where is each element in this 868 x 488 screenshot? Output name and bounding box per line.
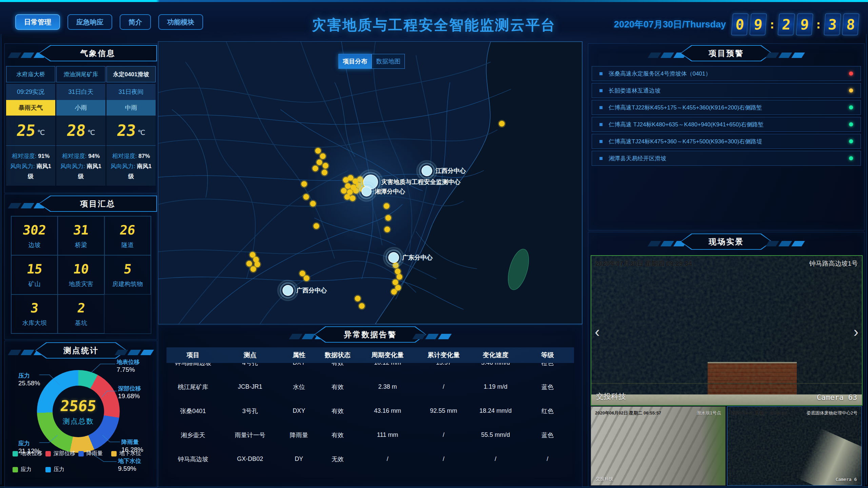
clock-digit: 9 bbox=[796, 14, 813, 35]
project-dot[interactable] bbox=[310, 201, 316, 207]
status-dot-icon bbox=[849, 122, 853, 126]
project-dot[interactable] bbox=[313, 166, 318, 171]
project-dot[interactable] bbox=[384, 203, 390, 209]
thumb2-camera-id: Camera 6 bbox=[835, 477, 857, 482]
table-row[interactable]: 桃江尾矿库JCB-JR1水位有效2.38 m/1.19 m/d蓝色 bbox=[166, 375, 574, 399]
project-dot[interactable] bbox=[397, 274, 402, 280]
legend-swatch bbox=[13, 467, 18, 472]
table-row[interactable]: 钟马高边坡GX-DB02DY无效//// bbox=[166, 447, 574, 471]
stat-cell-地质灾害: 10地质灾害 bbox=[58, 255, 104, 294]
table-row[interactable]: 钟马路高边坡4号孔DXY有效10.12 mm15.975.46 mm/d橙色 bbox=[166, 363, 574, 375]
status-dot-icon bbox=[849, 139, 853, 143]
warning-row[interactable]: 仁博高速TJ22标K455+175～K455+360(K916+200)右侧路堑 bbox=[592, 100, 861, 115]
main-camera-view[interactable]: 2020年07月30日 星期四 09:29:34 钟马路高边坡1号 交投科技 C… bbox=[591, 255, 863, 406]
nav-button-应急响应[interactable]: 应急响应 bbox=[67, 14, 112, 30]
legend-item-深部位移[interactable]: 深部位移 bbox=[45, 450, 78, 457]
table-cell: 钟马路高边坡 bbox=[166, 363, 219, 367]
vegetation-strip bbox=[701, 407, 725, 485]
center-label: 广东分中心 bbox=[402, 254, 433, 261]
project-warnings-panel: 项目预警 张桑高速永定服务区4号滑坡体（0401）长韶娄道林互通边坡仁博高速TJ… bbox=[588, 43, 865, 230]
project-dot[interactable] bbox=[323, 163, 329, 169]
map-tab-项目分布[interactable]: 项目分布 bbox=[338, 54, 372, 69]
warning-row[interactable]: 张桑高速永定服务区4号滑坡体（0401） bbox=[592, 66, 861, 81]
project-dot[interactable] bbox=[322, 170, 328, 176]
table-cell: 55.5 mm/d bbox=[470, 431, 521, 439]
nav-button-日常管理[interactable]: 日常管理 bbox=[15, 14, 60, 30]
camera-thumbnail-1[interactable]: 2020年06月02日 星期二 06:55:57 泄水坝1号点 交投科技 bbox=[591, 406, 726, 486]
legend-label: 地表位移 bbox=[21, 450, 42, 457]
project-dot[interactable] bbox=[301, 181, 307, 187]
nav-button-简介[interactable]: 简介 bbox=[120, 14, 151, 30]
warning-row[interactable]: 长韶娄道林互通边坡 bbox=[592, 83, 861, 98]
project-dot[interactable] bbox=[391, 289, 397, 295]
alerts-table-rows: 钟马路高边坡4号孔DXY有效10.12 mm15.975.46 mm/d橙色桃江… bbox=[166, 363, 574, 471]
project-dot[interactable] bbox=[355, 296, 361, 302]
weather-time: 09:29实况 bbox=[6, 84, 55, 100]
warnings-list: 张桑高速永定服务区4号滑坡体（0401）长韶娄道林互通边坡仁博高速TJ22标K4… bbox=[592, 66, 861, 166]
alerts-table-body[interactable]: 钟马路高边坡4号孔DXY有效10.12 mm15.975.46 mm/d橙色桃江… bbox=[166, 363, 574, 471]
weather-tab-永定0401滑坡[interactable]: 永定0401滑坡 bbox=[106, 66, 156, 82]
nav-button-功能模块[interactable]: 功能模块 bbox=[158, 14, 203, 30]
alerts-col-属性: 属性 bbox=[281, 351, 317, 360]
project-dot[interactable] bbox=[315, 148, 321, 154]
project-dot[interactable] bbox=[246, 261, 252, 267]
table-cell: 雨量计一号 bbox=[219, 431, 280, 439]
table-cell: 1.19 m/d bbox=[470, 383, 521, 390]
alerts-col-测点: 测点 bbox=[219, 351, 280, 360]
project-dot[interactable] bbox=[251, 266, 256, 272]
legend-swatch bbox=[45, 451, 51, 456]
prev-camera-arrow[interactable]: ‹ bbox=[595, 324, 600, 339]
table-cell: 43.16 mm bbox=[358, 407, 417, 414]
table-cell: / bbox=[417, 383, 470, 390]
project-dot[interactable] bbox=[386, 215, 391, 221]
clock-colon: : bbox=[769, 18, 775, 31]
legend-item-压力[interactable]: 压力 bbox=[45, 466, 78, 473]
weather-tab-水府庙大桥[interactable]: 水府庙大桥 bbox=[6, 66, 55, 82]
table-cell: / bbox=[417, 431, 470, 439]
live-panel-header: 现场实景 bbox=[588, 232, 864, 252]
warning-row[interactable]: 仁博高速 TJ24标K480+635～K480+940(K941+650)右侧路… bbox=[592, 117, 861, 132]
project-dot[interactable] bbox=[320, 154, 326, 159]
table-row[interactable]: 张桑04013号孔DXY有效43.16 mm92.55 mm18.24 mm/d… bbox=[166, 399, 574, 423]
summary-grid: 302边坡31桥梁26隧道15矿山10地质灾害5房建构筑物3水库大坝2基坑 bbox=[11, 216, 151, 334]
table-cell: 有效 bbox=[317, 407, 358, 415]
alerts-col-累计变化量: 累计变化量 bbox=[417, 351, 470, 360]
legend-item-应力[interactable]: 应力 bbox=[13, 466, 45, 473]
thumb2-timestamp: 2020-06-01 星期一 18:36:41 bbox=[731, 410, 787, 416]
stat-label: 房建构筑物 bbox=[112, 280, 143, 288]
stat-cell-基坑: 2基坑 bbox=[58, 294, 104, 333]
camera-thumbnail-2[interactable]: 2020-06-01 星期一 18:36:41 娄底固体废物处理中心2号 Cam… bbox=[727, 406, 862, 486]
warning-row[interactable]: 仁博高速TJ24标K475+360～K475+500(K936+300)右侧路堤 bbox=[592, 134, 861, 149]
project-dot[interactable] bbox=[304, 276, 310, 281]
stat-value: 26 bbox=[119, 223, 136, 238]
project-dot[interactable] bbox=[350, 196, 356, 201]
stat-label: 边坡 bbox=[28, 241, 41, 249]
project-summary-panel: 项目汇总 302边坡31桥梁26隧道15矿山10地质灾害5房建构筑物3水库大坝2… bbox=[4, 194, 157, 340]
weather-tabs: 水府庙大桥滑油洞尾矿库永定0401滑坡 bbox=[6, 66, 156, 82]
project-dot[interactable] bbox=[317, 160, 322, 165]
weather-tab-滑油洞尾矿库[interactable]: 滑油洞尾矿库 bbox=[56, 66, 105, 82]
map-tab-数据地图[interactable]: 数据地图 bbox=[372, 54, 405, 69]
legend-swatch bbox=[78, 451, 84, 456]
camera-timestamp: 2020年07月30日 星期四 09:29:34 bbox=[595, 259, 692, 268]
table-row[interactable]: 张桑0401ZS0401-DB1DXY有效8.86 mm23.16mm3.83 … bbox=[166, 471, 574, 471]
project-dot[interactable] bbox=[499, 121, 505, 127]
next-camera-arrow[interactable]: › bbox=[853, 324, 859, 339]
stat-cell-隧道: 26隧道 bbox=[104, 216, 151, 255]
project-dot[interactable] bbox=[303, 194, 309, 200]
project-dot[interactable] bbox=[314, 223, 319, 229]
table-cell: 橙色 bbox=[521, 363, 574, 367]
weather-humidity-wind: 相对湿度: 87%风向风力: 南风1级 bbox=[106, 146, 156, 186]
table-row[interactable]: 湘乡壶天雨量计一号降雨量有效111 mm/55.5 mm/d蓝色 bbox=[166, 423, 574, 447]
top-accent-line bbox=[0, 0, 868, 2]
legend-item-降雨量[interactable]: 降雨量 bbox=[78, 450, 111, 457]
camera-location-label: 钟马路高边坡1号 bbox=[809, 259, 858, 268]
weather-humidity-wind: 相对湿度: 91%风向风力: 南风1级 bbox=[6, 146, 55, 186]
warning-row[interactable]: 湘潭县天易经开区滑坡 bbox=[592, 151, 861, 166]
project-dot[interactable] bbox=[384, 227, 390, 232]
legend-item-地表位移[interactable]: 地表位移 bbox=[13, 450, 45, 457]
table-cell: 有效 bbox=[317, 383, 358, 391]
legend-item-地下水位[interactable]: 地下水位 bbox=[111, 450, 144, 457]
project-dot[interactable] bbox=[359, 303, 365, 309]
project-dot[interactable] bbox=[341, 188, 347, 194]
